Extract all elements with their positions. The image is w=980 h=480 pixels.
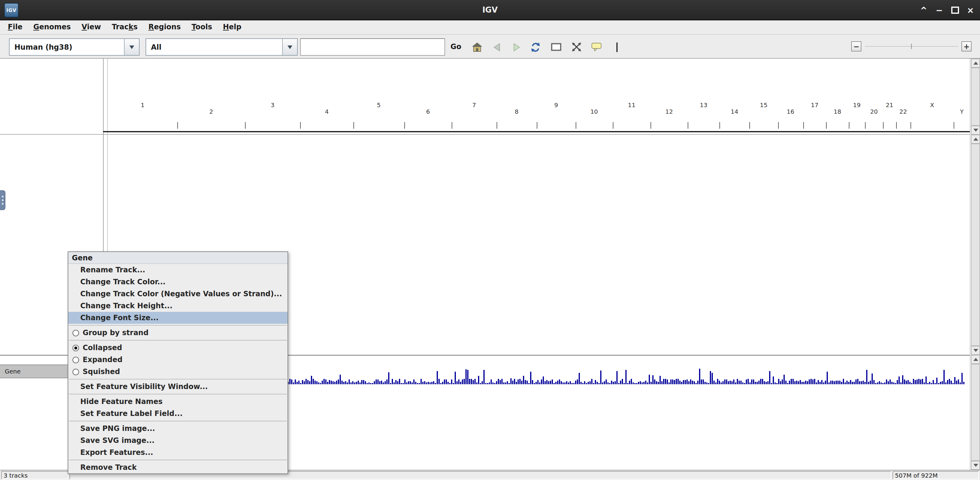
histogram-bar xyxy=(428,382,429,384)
chromosome-label-1[interactable]: 1 xyxy=(141,102,145,108)
scroll-up-button[interactable] xyxy=(971,355,980,364)
chevron-down-icon[interactable] xyxy=(124,39,139,55)
chromosome-label-18[interactable]: 18 xyxy=(834,108,841,115)
menubar-item-file[interactable]: File xyxy=(2,21,28,34)
genome-select[interactable]: Human (hg38) xyxy=(9,38,140,55)
chromosome-label-10[interactable]: 10 xyxy=(590,108,598,115)
chromosome-select[interactable]: All xyxy=(146,38,298,55)
chromosome-label-21[interactable]: 21 xyxy=(886,102,893,108)
scroll-down-button[interactable] xyxy=(971,461,980,470)
context-menu-item-squished[interactable]: Squished xyxy=(68,366,288,378)
context-menu-item-set-feature-visibility-window[interactable]: Set Feature Visibility Window... xyxy=(68,381,288,393)
scroll-down-button[interactable] xyxy=(971,346,980,355)
context-menu-item-remove-track[interactable]: Remove Track xyxy=(68,461,288,474)
context-menu-item-group-by-strand[interactable]: Group by strand xyxy=(68,327,288,339)
scroll-down-button[interactable] xyxy=(971,126,980,135)
chromosome-label-20[interactable]: 20 xyxy=(870,108,878,115)
menubar-item-genomes[interactable]: Genomes xyxy=(28,21,76,34)
chromosome-label-14[interactable]: 14 xyxy=(731,108,738,115)
chromosome-label-9[interactable]: 9 xyxy=(554,102,558,108)
chromosome-label-7[interactable]: 7 xyxy=(473,102,476,108)
scrollbar-thumb[interactable] xyxy=(971,144,980,346)
scrollbar-thumb[interactable] xyxy=(971,68,980,126)
menubar-item-tracks[interactable]: Tracks xyxy=(106,21,143,34)
chromosome-label-y[interactable]: Y xyxy=(960,108,964,115)
menubar-item-tools[interactable]: Tools xyxy=(186,21,218,34)
histogram-bar xyxy=(561,381,562,384)
histogram-bar xyxy=(850,380,851,384)
context-menu-item-hide-feature-names[interactable]: Hide Feature Names xyxy=(68,396,288,407)
histogram-bar xyxy=(706,382,708,384)
zoom-slider-track[interactable] xyxy=(865,46,958,47)
context-menu-item-export-features[interactable]: Export Features... xyxy=(68,447,288,458)
scrollbar-thumb[interactable] xyxy=(971,364,980,461)
go-button[interactable]: Go xyxy=(448,38,464,55)
define-region-button[interactable] xyxy=(547,39,565,55)
chromosome-label-11[interactable]: 11 xyxy=(628,102,635,108)
maximize-button[interactable] xyxy=(949,4,961,16)
locus-search-input[interactable] xyxy=(300,38,445,55)
chromosome-label-2[interactable]: 2 xyxy=(209,108,213,115)
back-button[interactable] xyxy=(488,39,506,55)
minimize-button[interactable]: − xyxy=(933,4,945,16)
data-panel-scrollbar[interactable] xyxy=(970,135,980,355)
context-menu-item-save-png-image[interactable]: Save PNG image... xyxy=(68,423,288,434)
zoom-in-button[interactable]: + xyxy=(961,41,972,51)
close-button[interactable]: × xyxy=(964,4,977,16)
histogram-bar xyxy=(949,379,950,384)
chromosome-label-6[interactable]: 6 xyxy=(426,108,430,115)
home-button[interactable] xyxy=(468,39,486,55)
chromosome-label-15[interactable]: 15 xyxy=(760,102,767,108)
chromosome-label-x[interactable]: X xyxy=(930,102,934,108)
context-menu-item-save-svg-image[interactable]: Save SVG image... xyxy=(68,434,288,447)
refresh-button[interactable] xyxy=(527,39,544,55)
chromosome-label-5[interactable]: 5 xyxy=(377,102,381,108)
histogram-bar xyxy=(760,379,761,384)
context-menu-item-collapsed[interactable]: Collapsed xyxy=(68,342,288,354)
zoom-out-button[interactable]: − xyxy=(851,41,861,51)
histogram-bar xyxy=(465,369,467,384)
chromosome-label-22[interactable]: 22 xyxy=(899,108,907,115)
histogram-bar xyxy=(519,379,520,384)
menubar-item-regions[interactable]: Regions xyxy=(143,21,186,34)
chromosome-label-13[interactable]: 13 xyxy=(700,102,707,108)
context-menu-item-expanded[interactable]: Expanded xyxy=(68,354,288,366)
chromosome-label-12[interactable]: 12 xyxy=(665,108,673,115)
context-menu-item-change-track-height[interactable]: Change Track Height... xyxy=(68,300,288,312)
histogram-bar xyxy=(771,383,772,384)
attribute-panel-handle[interactable] xyxy=(0,190,5,210)
chromosome-tick xyxy=(954,122,955,129)
histogram-bar xyxy=(453,383,454,384)
chromosome-label-8[interactable]: 8 xyxy=(515,108,519,115)
ideogram-scrollbar[interactable] xyxy=(970,59,980,135)
text-cursor-button[interactable] xyxy=(608,39,626,55)
chromosome-label-4[interactable]: 4 xyxy=(325,108,329,115)
chromosome-tick xyxy=(719,122,720,129)
menubar-item-help[interactable]: Help xyxy=(218,21,247,34)
context-menu-item-rename-track[interactable]: Rename Track... xyxy=(68,264,288,276)
track-panel-scrollbar[interactable] xyxy=(970,355,980,470)
context-menu-item-change-track-color[interactable]: Change Track Color... xyxy=(68,276,288,288)
histogram-bar xyxy=(787,383,788,384)
context-menu-item-change-track-color-negative-values-or-strand[interactable]: Change Track Color (Negative Values or S… xyxy=(68,288,288,300)
histogram-bar xyxy=(697,381,698,384)
menubar-item-view[interactable]: View xyxy=(76,21,106,34)
context-menu-item-set-feature-label-field[interactable]: Set Feature Label Field... xyxy=(68,407,288,420)
context-menu-item-change-font-size[interactable]: Change Font Size... xyxy=(68,312,288,324)
chromosome-label-16[interactable]: 16 xyxy=(787,108,794,115)
scroll-up-button[interactable] xyxy=(971,135,980,144)
histogram-bar xyxy=(681,382,682,384)
fit-to-window-button[interactable] xyxy=(567,39,585,55)
chromosome-label-3[interactable]: 3 xyxy=(271,102,275,108)
chromosome-label-19[interactable]: 19 xyxy=(853,102,861,108)
chevron-down-icon[interactable] xyxy=(282,39,297,55)
chromosome-label-17[interactable]: 17 xyxy=(811,102,818,108)
histogram-bar xyxy=(413,379,415,384)
rollup-button[interactable]: ^ xyxy=(918,4,930,16)
histogram-bar xyxy=(320,383,321,384)
tooltip-behavior-button[interactable] xyxy=(588,39,606,55)
histogram-bar xyxy=(656,381,657,384)
forward-button[interactable] xyxy=(508,39,525,55)
chromosome-ruler[interactable]: 12345678910111213141516171819202122XY xyxy=(103,59,970,133)
scroll-up-button[interactable] xyxy=(971,59,980,68)
